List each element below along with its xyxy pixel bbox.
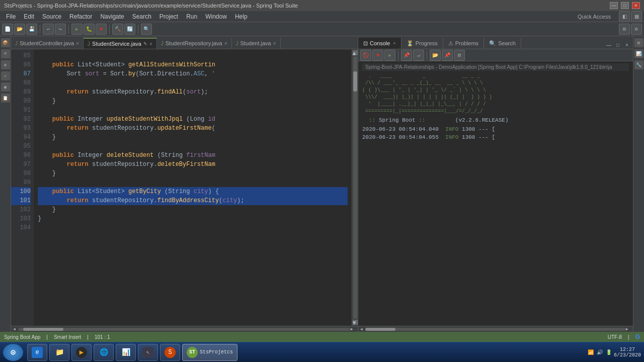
console-panel: ⊡ Console × ⏳ Progress ⚠ Problems 🔍 Sear… (358, 36, 633, 332)
close-button[interactable]: ✕ (632, 2, 640, 9)
stop-button[interactable]: ■ (96, 24, 107, 35)
console-scroll-right[interactable]: ▶ (626, 327, 631, 331)
new-button[interactable]: 📄 (2, 24, 13, 35)
console-word-wrap-button[interactable]: ↵ (413, 50, 424, 61)
package-explorer-icon[interactable]: 📦 (1, 38, 10, 47)
tab-label-service: StudentService.java (92, 41, 141, 47)
outline-icon[interactable]: ≡ (1, 49, 10, 58)
console-tab-console[interactable]: ⊡ Console × (358, 38, 401, 49)
taskbar-explorer[interactable]: 📁 (49, 344, 69, 361)
taskbar-sts[interactable]: ST StsProjetcs (182, 344, 237, 361)
menu-window[interactable]: Window (201, 12, 231, 21)
taskbar: ⊙ e 📁 ▶ 🌐 📊 ↖ S ST StsProjetcs 📶 🔊 (0, 342, 644, 362)
editor-hscroll[interactable]: ◀ ▶ (11, 326, 358, 332)
settings-button[interactable]: ⚙ (631, 24, 642, 35)
console-new-window-button[interactable]: ⊞ (454, 50, 465, 61)
debug-button[interactable]: 🐛 (84, 24, 95, 35)
taskbar-cursor[interactable]: ↖ (138, 344, 158, 361)
perspective-button[interactable]: ⊞ (619, 24, 630, 35)
vscroll-down[interactable]: ▼ (353, 320, 358, 325)
menu-navigate[interactable]: Navigate (96, 12, 128, 21)
editor-tab-bar: J StudentController.java × J StudentServ… (11, 36, 358, 49)
console-scroll-thumb[interactable] (365, 328, 395, 331)
console-clear-button[interactable]: 🚫 (360, 50, 371, 61)
code-line-95 (38, 142, 348, 151)
console-tab-problems[interactable]: ⚠ Problems (443, 38, 484, 49)
taskbar-excel[interactable]: 📊 (116, 344, 136, 361)
close-console-button[interactable]: × (623, 41, 631, 49)
console-stop-button[interactable]: ■ (372, 50, 383, 61)
tab-student-controller[interactable]: J StudentController.java × (11, 38, 84, 49)
taskbar-media[interactable]: ▶ (71, 344, 92, 361)
redo-button[interactable]: ↪ (55, 24, 66, 35)
build-button[interactable]: 🔨 (112, 24, 123, 35)
line-88: 88 (11, 78, 31, 87)
minimize-button[interactable]: — (610, 2, 618, 9)
console-tab-progress[interactable]: ⏳ Progress (401, 38, 443, 49)
search-button[interactable]: 🔍 (141, 24, 152, 35)
run-button[interactable]: ▶ (71, 24, 83, 35)
code-editor[interactable]: 85 86 87 88 89 90 91 92 93 94 95 96 97 9… (11, 49, 358, 326)
console-tab-actions: — □ × (603, 41, 633, 49)
console-scroll-left[interactable]: ◀ (360, 327, 365, 331)
right-icon-2[interactable]: 📊 (634, 49, 643, 58)
code-line-96: public Integer deleteStudent (String fir… (38, 151, 348, 160)
menu-refactor[interactable]: Refactor (65, 12, 96, 21)
save-button[interactable]: 💾 (26, 24, 37, 35)
variables-icon[interactable]: 📋 (1, 94, 10, 103)
console-scroll-lock-button[interactable]: 📌 (401, 50, 412, 61)
taskbar-app1[interactable]: S (160, 344, 180, 361)
tab-student[interactable]: J Student.java × (232, 38, 281, 49)
tray-speaker-icon: 🔊 (597, 349, 603, 355)
tab-close-3[interactable]: × (224, 41, 227, 46)
menu-search[interactable]: Search (128, 12, 155, 21)
editor-panel: J StudentController.java × J StudentServ… (11, 36, 358, 332)
console-relaunch-button[interactable]: ▶ (384, 50, 395, 61)
tab-close-1[interactable]: × (76, 41, 79, 46)
console-tab-search[interactable]: 🔍 Search (484, 38, 521, 49)
right-icon-1[interactable]: ⊞ (634, 38, 643, 47)
line-90: 90 (11, 97, 31, 106)
taskbar-ie[interactable]: e (27, 344, 47, 361)
console-close[interactable]: × (393, 41, 395, 46)
media-icon: ▶ (76, 347, 87, 358)
start-button[interactable]: ⊙ (3, 344, 23, 361)
clock[interactable]: 12:27 6/23/2020 (614, 347, 641, 358)
console-scrollbar[interactable]: ◀ ▶ (358, 326, 633, 332)
hierarchy-icon[interactable]: ⊕ (1, 60, 10, 69)
right-icon-3[interactable]: 🔧 (634, 60, 643, 69)
toolbar-btn-1[interactable]: ◧ (619, 11, 630, 22)
editor-vscroll[interactable]: ▲ ▼ (352, 49, 358, 326)
menu-source[interactable]: Source (38, 12, 65, 21)
maximize-console-button[interactable]: □ (614, 41, 622, 49)
line-87: 87 (11, 69, 31, 78)
toolbar-btn-2[interactable]: ▦ (631, 11, 642, 22)
tab-close-4[interactable]: × (273, 41, 276, 46)
quick-access-label: Quick Access (574, 13, 615, 21)
undo-button[interactable]: ↩ (43, 24, 54, 35)
menu-help[interactable]: Help (231, 12, 252, 21)
vscroll-up[interactable]: ▲ (353, 50, 358, 55)
code-content[interactable]: public List<Student> getAllStudentsWithS… (34, 49, 352, 326)
hscroll-thumb[interactable] (23, 328, 63, 331)
console-open-file-button[interactable]: 📂 (430, 50, 441, 61)
menu-project[interactable]: Project (155, 12, 182, 21)
tab-student-repository[interactable]: J StudentRepository.java × (157, 38, 232, 49)
taskbar-chrome[interactable]: 🌐 (94, 344, 114, 361)
hscroll-right[interactable]: ▶ (351, 327, 356, 331)
java-icon-2: J (88, 41, 90, 47)
tab-close-2[interactable]: × (149, 41, 152, 47)
menu-run[interactable]: Run (182, 12, 201, 21)
breakpoints-icon[interactable]: ◉ (1, 82, 10, 92)
menu-edit[interactable]: Edit (20, 12, 38, 21)
minimize-console-button[interactable]: — (605, 41, 613, 49)
open-button[interactable]: 📂 (14, 24, 25, 35)
maximize-button[interactable]: □ (621, 2, 629, 9)
console-pin-button[interactable]: 📌 (442, 50, 453, 61)
refresh-button[interactable]: 🔄 (124, 24, 135, 35)
tab-student-service[interactable]: J StudentService.java ✎ × (84, 38, 157, 49)
hscroll-left[interactable]: ◀ (13, 327, 18, 331)
task-icon[interactable]: ✓ (1, 71, 10, 80)
menu-file[interactable]: File (2, 12, 20, 21)
vscroll-thumb[interactable] (353, 71, 357, 92)
